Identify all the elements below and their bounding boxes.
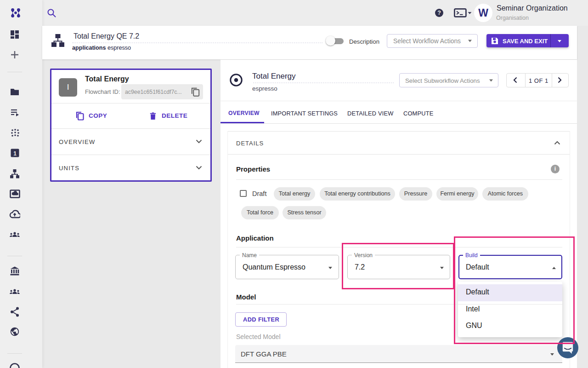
svg-text:?: ? — [437, 10, 441, 16]
svg-text:1: 1 — [13, 150, 17, 157]
